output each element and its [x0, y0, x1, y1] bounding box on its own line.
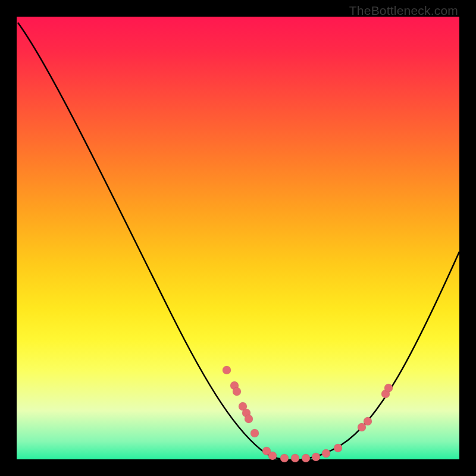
data-point [268, 452, 277, 460]
data-point [245, 415, 253, 423]
data-point [312, 453, 320, 461]
watermark-text: TheBottleneck.com [349, 4, 458, 18]
data-point [280, 454, 289, 462]
data-point [384, 384, 393, 392]
curve-dots [223, 366, 393, 462]
data-point [302, 454, 310, 462]
chart-svg [17, 17, 459, 459]
data-point [250, 429, 259, 437]
data-point [233, 387, 241, 396]
data-point [322, 449, 330, 458]
data-point [223, 366, 231, 374]
data-point [291, 454, 299, 462]
data-point [334, 444, 342, 452]
data-point [364, 417, 372, 425]
